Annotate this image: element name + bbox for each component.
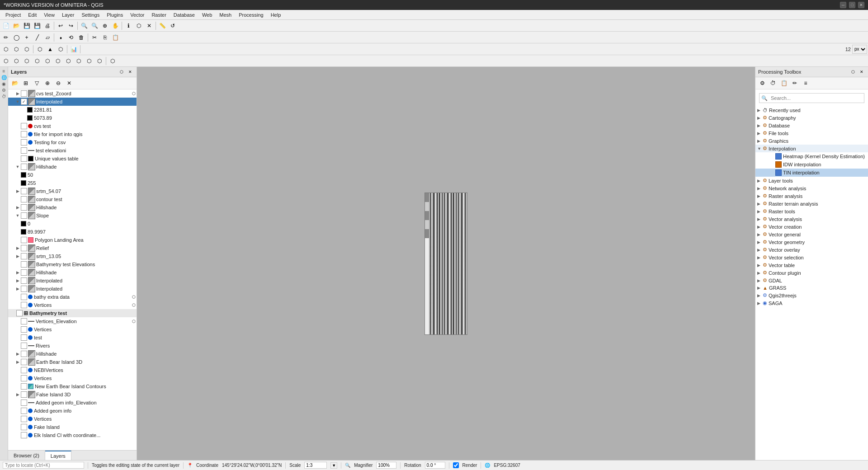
layer-contour[interactable]: contour test xyxy=(8,195,137,203)
proc-settings-btn[interactable]: ⚙ xyxy=(757,78,767,88)
extra-3-btn[interactable]: ⬡ xyxy=(22,56,32,66)
layer-checkbox[interactable] xyxy=(16,310,23,316)
proc-group-raster-analysis[interactable]: ▶ ⚙ Raster analysis xyxy=(755,192,868,200)
layers-float-btn[interactable]: ⬡ xyxy=(118,68,125,75)
edit-toggle-btn[interactable]: ✏ xyxy=(1,33,11,42)
layer-checkbox[interactable] xyxy=(21,139,27,146)
layer-checkbox[interactable] xyxy=(21,351,27,357)
proc-group-vector-analysis[interactable]: ▶ ⚙ Vector analysis xyxy=(755,215,868,223)
layer-slope[interactable]: ▼ Slope xyxy=(8,212,137,220)
layer-bathy-extra[interactable]: bathy extra data ⬡ xyxy=(8,293,137,301)
pan-btn[interactable]: ✋ xyxy=(110,21,120,31)
layer-5073[interactable]: 5073.89 xyxy=(8,114,137,122)
proc-edit-btn[interactable]: ✏ xyxy=(790,78,800,88)
layer-srtm-54[interactable]: ▶ srtm_54.07 xyxy=(8,187,137,195)
menu-view[interactable]: View xyxy=(40,11,58,19)
menu-edit[interactable]: Edit xyxy=(24,11,40,19)
layer-checkbox[interactable] xyxy=(21,188,27,194)
menu-database[interactable]: Database xyxy=(170,11,198,19)
layer-checkbox[interactable] xyxy=(21,326,27,333)
proc-group-network[interactable]: ▶ ⚙ Network analysis xyxy=(755,184,868,192)
menu-project[interactable]: Project xyxy=(2,11,24,19)
layer-checkbox[interactable] xyxy=(21,391,27,398)
maximize-button[interactable]: □ xyxy=(849,2,855,8)
layer-checkbox[interactable] xyxy=(21,359,27,365)
layer-false-island[interactable]: ▶ False Island 3D xyxy=(8,390,137,399)
proc-group-grass[interactable]: ▶ ▲ GRASS xyxy=(755,284,868,291)
layer-checkbox[interactable] xyxy=(21,294,27,300)
measure-btn[interactable]: 📏 xyxy=(157,21,167,31)
menu-layer[interactable]: Layer xyxy=(58,11,78,19)
layers-icon[interactable]: ≡ xyxy=(3,69,5,74)
proc-history-btn[interactable]: ⏱ xyxy=(768,78,778,88)
proc-group-vector-creation[interactable]: ▶ ⚙ Vector creation xyxy=(755,223,868,230)
layer-checkbox[interactable] xyxy=(21,286,27,292)
plugin-6-btn[interactable]: ⬡ xyxy=(56,44,66,54)
layer-unique-values[interactable]: Unique values table xyxy=(8,155,137,163)
layer-checkbox[interactable] xyxy=(21,155,27,162)
layer-checkbox[interactable] xyxy=(21,196,27,202)
layer-checkbox[interactable] xyxy=(21,424,27,430)
layer-checkbox[interactable] xyxy=(21,147,27,154)
scale-dropdown-btn[interactable]: ▼ xyxy=(330,462,337,469)
open-btn[interactable]: 📂 xyxy=(11,21,21,31)
font-unit-select[interactable]: px pt xyxy=(852,45,867,54)
scale-input[interactable] xyxy=(304,462,327,469)
proc-item-heatmap[interactable]: Heatmap (Kernel Density Estimation) xyxy=(755,152,868,160)
layer-elk-island[interactable]: Elk Island Cl with coordinate... xyxy=(8,431,137,439)
extra-9-btn[interactable]: ⬡ xyxy=(84,56,94,66)
plugin-2-btn[interactable]: ⬡ xyxy=(11,44,21,54)
layer-test[interactable]: test xyxy=(8,334,137,342)
layer-vertices-3[interactable]: Vertices xyxy=(8,374,137,382)
datasrc-icon[interactable]: ◉ xyxy=(2,81,6,86)
layer-checkbox[interactable] xyxy=(21,261,27,268)
plugin-4-btn[interactable]: ⬡ xyxy=(35,44,45,54)
add-line-btn[interactable]: ╱ xyxy=(32,33,42,42)
map-canvas-area[interactable] xyxy=(137,67,755,460)
plugin-1-btn[interactable]: ⬡ xyxy=(1,44,11,54)
collapse-all-btn[interactable]: ⊖ xyxy=(53,78,63,88)
proc-group-interpolation[interactable]: ▼ ⚙ Interpolation xyxy=(755,145,868,152)
menu-settings[interactable]: Settings xyxy=(78,11,103,19)
tab-layers[interactable]: Layers xyxy=(45,451,71,460)
menu-mesh[interactable]: Mesh xyxy=(216,11,235,19)
new-project-btn[interactable]: 📄 xyxy=(1,21,11,31)
layer-cvs-test[interactable]: cvs test xyxy=(8,122,137,130)
tab-browser[interactable]: Browser (2) xyxy=(8,451,45,460)
browser-icon[interactable]: 🌐 xyxy=(1,75,7,80)
layer-checkbox[interactable] xyxy=(21,204,27,211)
layer-checkbox[interactable] xyxy=(21,408,27,414)
digitize-btn[interactable]: ◯ xyxy=(11,33,21,42)
proc-group-database[interactable]: ▶ ⚙ Database xyxy=(755,122,868,129)
layer-group-bathymetry[interactable]: ⊞ Bathymetry test xyxy=(8,309,137,317)
open-layer-btn[interactable]: 📂 xyxy=(10,78,20,88)
layer-testing-csv[interactable]: Testing for csv xyxy=(8,138,137,146)
layer-checkbox[interactable] xyxy=(21,164,27,170)
copy-btn[interactable]: ⎘ xyxy=(100,33,110,42)
menu-web[interactable]: Web xyxy=(198,11,216,19)
proc-item-idw[interactable]: IDW interpolation xyxy=(755,160,868,169)
move-feat-btn[interactable]: ⟲ xyxy=(66,33,76,42)
add-point-btn[interactable]: + xyxy=(22,33,32,42)
processing-icon[interactable]: ⚙ xyxy=(2,88,6,93)
proc-group-vector-general[interactable]: ▶ ⚙ Vector general xyxy=(755,230,868,238)
layer-checkbox[interactable] xyxy=(21,334,27,341)
extra-8-btn[interactable]: ⬡ xyxy=(74,56,84,66)
processing-search-input[interactable] xyxy=(769,94,862,102)
proc-group-saga[interactable]: ▶ ◉ SAGA xyxy=(755,299,868,307)
layer-interpolated-2[interactable]: ▶ Interpolated xyxy=(8,277,137,285)
layer-89[interactable]: 89.9997 xyxy=(8,228,137,236)
proc-group-graphics[interactable]: ▶ ⚙ Graphics xyxy=(755,137,868,145)
menu-help[interactable]: Help xyxy=(267,11,285,19)
magnifier-input[interactable] xyxy=(376,462,396,469)
layer-fake-island[interactable]: Fake Island xyxy=(8,423,137,431)
proc-group-raster-terrain[interactable]: ▶ ⚙ Raster terrain analysis xyxy=(755,200,868,207)
layer-hillshade-2[interactable]: ▶ Hillshade xyxy=(8,203,137,212)
layer-checkbox[interactable] xyxy=(21,416,27,422)
rotation-input[interactable] xyxy=(425,462,445,469)
menu-raster[interactable]: Raster xyxy=(148,11,170,19)
proc-group-vector-overlay[interactable]: ▶ ⚙ Vector overlay xyxy=(755,246,868,254)
layer-vertices-4[interactable]: Vertices xyxy=(8,415,137,423)
layer-new-earth-contours[interactable]: New Earth Bear Island Contours xyxy=(8,382,137,390)
layer-checkbox[interactable] xyxy=(21,343,27,349)
